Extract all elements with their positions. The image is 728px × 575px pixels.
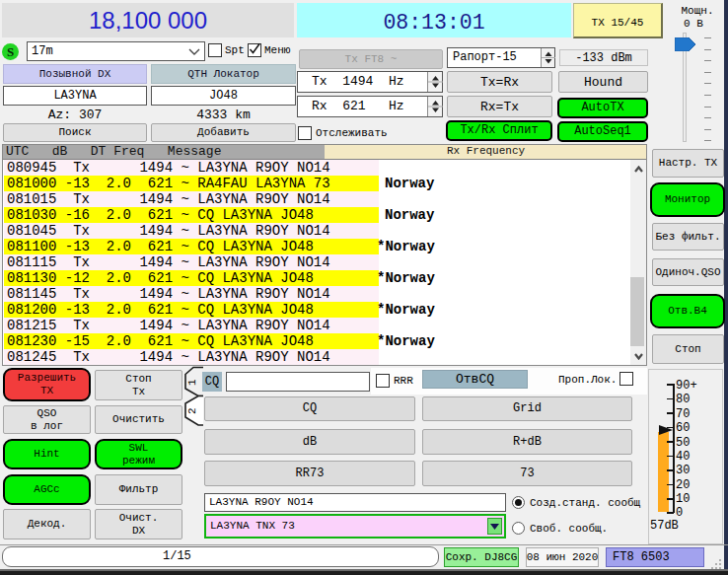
svg-text:1: 1 <box>186 379 198 386</box>
svg-text:2: 2 <box>186 407 198 414</box>
